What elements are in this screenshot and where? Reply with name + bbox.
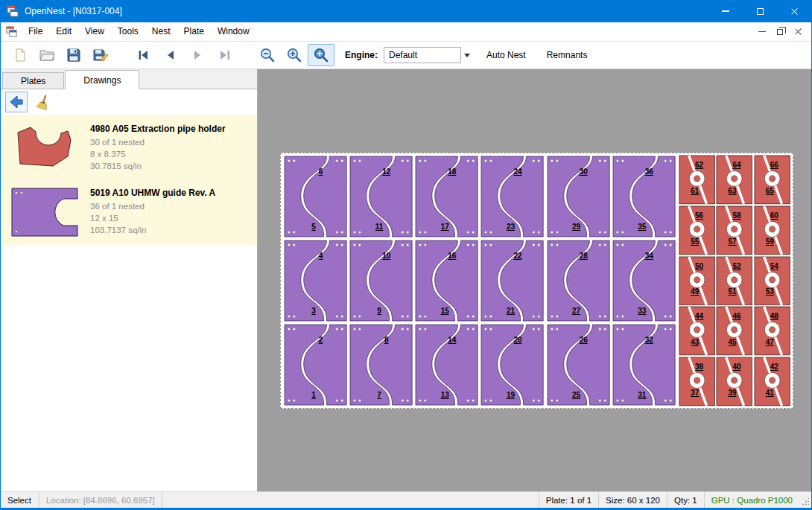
part-number[interactable]: 64 xyxy=(732,161,740,169)
part-number[interactable]: 19 xyxy=(507,391,515,399)
list-item-drawing-5019[interactable]: 5019 A10 UHMW guide Rev. A 36 of 1 neste… xyxy=(1,179,257,246)
part-number[interactable]: 61 xyxy=(691,187,699,195)
new-button[interactable] xyxy=(7,44,34,66)
part-number[interactable]: 65 xyxy=(766,187,774,195)
nested-part-pair-red[interactable]: 66 65 xyxy=(754,155,790,205)
nested-part-pair-purple[interactable]: 4 3 xyxy=(283,239,348,322)
part-number[interactable]: 50 xyxy=(695,262,703,270)
zoom-in-button[interactable] xyxy=(281,44,308,66)
part-number[interactable]: 56 xyxy=(695,211,703,220)
nested-part-pair-red[interactable]: 54 53 xyxy=(754,256,790,306)
part-number[interactable]: 59 xyxy=(766,238,774,246)
part-number[interactable]: 37 xyxy=(691,389,699,397)
nested-part-pair-purple[interactable]: 14 13 xyxy=(414,323,479,407)
part-number[interactable]: 6 xyxy=(319,168,323,176)
list-item-drawing-4980[interactable]: 4980 A05 Extraction pipe holder 30 of 1 … xyxy=(1,115,257,179)
nested-part-pair-red[interactable]: 44 43 xyxy=(679,306,715,356)
part-number[interactable]: 42 xyxy=(770,363,778,371)
part-number[interactable]: 11 xyxy=(375,223,384,231)
part-number[interactable]: 26 xyxy=(580,336,588,344)
part-number[interactable]: 49 xyxy=(691,287,699,296)
nested-part-pair-purple[interactable]: 28 27 xyxy=(546,239,611,322)
part-number[interactable]: 18 xyxy=(448,168,456,176)
nested-part-pair-purple[interactable]: 12 11 xyxy=(349,155,413,238)
nested-part-pair-purple[interactable]: 2 1 xyxy=(283,323,348,407)
insert-drawing-button[interactable] xyxy=(5,92,28,112)
menu-file[interactable]: File xyxy=(22,22,49,41)
clear-drawings-button[interactable] xyxy=(32,92,54,112)
window-minimize-button[interactable] xyxy=(708,0,743,22)
part-number[interactable]: 53 xyxy=(766,287,774,296)
part-number[interactable]: 51 xyxy=(728,287,736,296)
window-close-button[interactable] xyxy=(777,0,811,22)
part-number[interactable]: 62 xyxy=(695,161,703,169)
nested-part-pair-red[interactable]: 58 57 xyxy=(716,205,752,255)
nested-part-pair-purple[interactable]: 6 5 xyxy=(283,155,348,238)
nested-part-pair-red[interactable]: 64 63 xyxy=(716,155,752,205)
part-number[interactable]: 66 xyxy=(770,161,778,169)
part-number[interactable]: 33 xyxy=(638,307,646,315)
part-number[interactable]: 22 xyxy=(513,252,521,260)
zoom-out-button[interactable] xyxy=(254,44,281,66)
nested-part-pair-purple[interactable]: 34 33 xyxy=(612,239,676,322)
part-number[interactable]: 40 xyxy=(732,363,740,371)
part-number[interactable]: 52 xyxy=(732,262,740,270)
nested-part-pair-purple[interactable]: 18 17 xyxy=(414,155,479,238)
menu-nest[interactable]: Nest xyxy=(145,22,177,41)
zoom-fit-button[interactable] xyxy=(308,44,334,66)
part-number[interactable]: 44 xyxy=(695,312,703,320)
last-plate-button[interactable] xyxy=(211,44,238,66)
part-number[interactable]: 35 xyxy=(638,223,646,231)
part-number[interactable]: 36 xyxy=(645,168,653,176)
menu-plate[interactable]: Plate xyxy=(177,22,211,41)
save-button[interactable] xyxy=(60,44,87,66)
nest-canvas[interactable]: 6 5 12 11 18 17 xyxy=(258,69,811,491)
nested-part-pair-purple[interactable]: 30 29 xyxy=(546,155,611,238)
child-restore-button[interactable] xyxy=(771,25,789,39)
part-number[interactable]: 1 xyxy=(311,391,316,399)
next-plate-button[interactable] xyxy=(184,44,211,66)
nested-part-pair-red[interactable]: 40 39 xyxy=(716,357,752,407)
part-number[interactable]: 54 xyxy=(770,262,778,270)
nested-part-pair-red[interactable]: 52 51 xyxy=(716,256,752,306)
menu-edit[interactable]: Edit xyxy=(49,22,78,41)
part-number[interactable]: 4 xyxy=(319,252,323,260)
nested-part-pair-red[interactable]: 46 45 xyxy=(716,306,752,356)
part-number[interactable]: 63 xyxy=(728,187,736,195)
part-number[interactable]: 25 xyxy=(572,391,580,399)
part-number[interactable]: 47 xyxy=(766,338,774,346)
nested-part-pair-red[interactable]: 48 47 xyxy=(754,306,790,356)
previous-plate-button[interactable] xyxy=(157,44,184,66)
part-number[interactable]: 31 xyxy=(638,391,646,399)
engine-select[interactable]: Default xyxy=(384,47,461,63)
part-number[interactable]: 57 xyxy=(728,238,736,246)
remnants-button[interactable]: Remnants xyxy=(539,45,595,65)
nested-part-pair-red[interactable]: 60 59 xyxy=(754,205,790,255)
nested-part-pair-purple[interactable]: 32 31 xyxy=(612,323,676,407)
open-button[interactable] xyxy=(34,44,60,66)
part-number[interactable]: 2 xyxy=(319,336,323,344)
part-number[interactable]: 16 xyxy=(448,252,456,260)
auto-nest-button[interactable]: Auto Nest xyxy=(479,45,533,65)
menu-view[interactable]: View xyxy=(78,22,111,41)
tab-drawings[interactable]: Drawings xyxy=(65,70,139,89)
child-close-button[interactable] xyxy=(789,25,807,39)
menu-window[interactable]: Window xyxy=(211,22,256,41)
part-number[interactable]: 23 xyxy=(507,223,515,231)
nested-part-pair-red[interactable]: 62 61 xyxy=(679,155,715,205)
nested-part-pair-red[interactable]: 56 55 xyxy=(679,205,715,255)
nested-part-pair-purple[interactable]: 16 15 xyxy=(414,239,479,322)
part-number[interactable]: 20 xyxy=(513,336,521,344)
nested-part-pair-purple[interactable]: 10 9 xyxy=(349,239,413,322)
part-number[interactable]: 48 xyxy=(770,312,778,320)
part-number[interactable]: 30 xyxy=(580,168,588,176)
part-number[interactable]: 32 xyxy=(645,336,653,344)
nested-part-pair-purple[interactable]: 26 25 xyxy=(546,323,611,407)
nested-part-pair-red[interactable]: 38 37 xyxy=(679,357,715,407)
nested-part-pair-purple[interactable]: 22 21 xyxy=(480,239,545,322)
part-number[interactable]: 60 xyxy=(770,211,778,220)
part-number[interactable]: 10 xyxy=(382,252,390,260)
part-number[interactable]: 24 xyxy=(513,168,521,176)
window-maximize-button[interactable] xyxy=(743,0,777,22)
part-number[interactable]: 43 xyxy=(691,338,699,346)
